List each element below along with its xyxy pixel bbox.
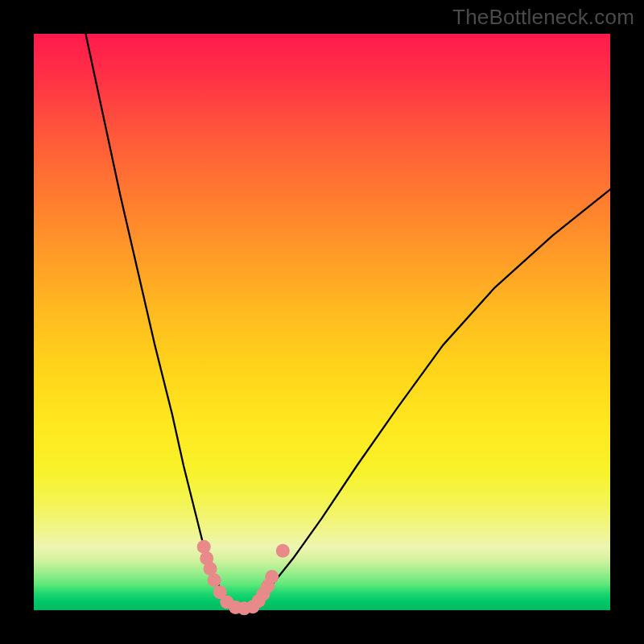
watermark-text: TheBottleneck.com	[452, 5, 634, 30]
chart-frame: TheBottleneck.com	[0, 0, 644, 644]
data-dot	[197, 540, 211, 554]
data-dot	[276, 544, 290, 558]
data-dot	[208, 573, 221, 587]
left-curve	[85, 34, 241, 610]
chart-overlay	[0, 0, 644, 644]
data-dot	[265, 570, 279, 584]
right-curve	[242, 189, 610, 610]
